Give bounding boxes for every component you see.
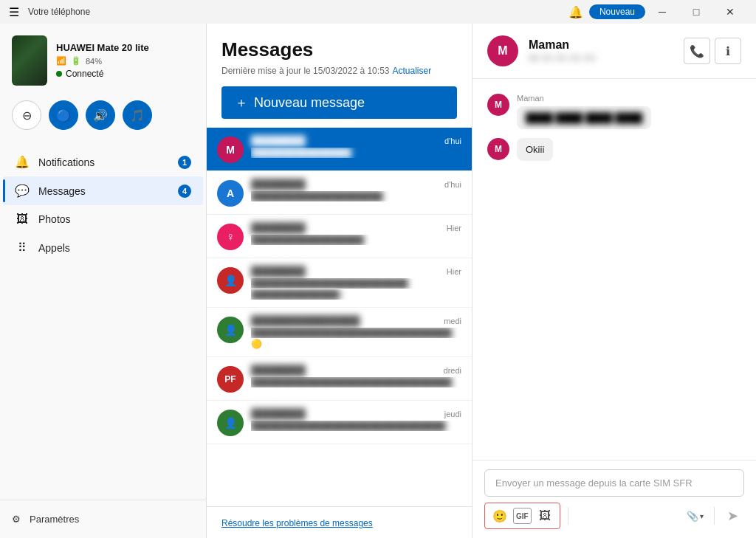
- attachment-button[interactable]: 📎 ▾: [682, 508, 708, 525]
- image-button[interactable]: 🖼: [535, 506, 555, 526]
- conv-time-4: Hier: [447, 267, 461, 276]
- device-card: HUAWEI Mate 20 lite 📶 🔋 84% Connecté: [0, 24, 206, 94]
- conv-header-2: ████████ d'hui: [251, 179, 461, 190]
- info-button[interactable]: ℹ: [715, 38, 741, 64]
- hamburger-icon[interactable]: ☰: [9, 5, 19, 19]
- conversation-item-7[interactable]: 👤 ████████ jeudi ███████████████████████…: [207, 401, 472, 444]
- appels-icon: ⠿: [15, 241, 30, 255]
- conv-content-7: ████████ jeudi █████████████████████████…: [251, 408, 461, 431]
- clip-icon: 📎: [687, 511, 698, 522]
- conv-name-7: ████████: [251, 408, 306, 419]
- battery-icon: 🔋: [71, 56, 81, 66]
- conv-time-1: d'hui: [444, 137, 461, 145]
- message-content-2: Okiii: [517, 138, 553, 161]
- conv-avatar-5: 👤: [217, 317, 244, 343]
- conv-header-5: ████████████████ medi: [251, 315, 461, 326]
- mute-button[interactable]: ⊖: [12, 100, 41, 130]
- device-stats: 📶 🔋 84%: [56, 56, 194, 66]
- conv-name-1: ████████: [251, 135, 306, 146]
- music-button[interactable]: 🎵: [123, 100, 152, 130]
- conversation-item-2[interactable]: A ████████ d'hui █████████████████████: [207, 171, 472, 215]
- message-text-2: Okiii: [526, 144, 544, 155]
- conv-avatar-4: 👤: [217, 267, 244, 294]
- conv-header-1: ████████ d'hui: [251, 135, 461, 146]
- chat-toolbar: 🙂 GIF 🖼 📎 ▾ ➤: [484, 503, 744, 529]
- conv-avatar-1: M: [217, 137, 244, 163]
- conv-avatar-3: ♀: [217, 224, 244, 250]
- last-updated-text: Dernière mise à jour le 15/03/2022 à 10:…: [221, 66, 389, 76]
- sidebar-item-photos[interactable]: 🖼 Photos: [3, 205, 203, 233]
- conversation-item-5[interactable]: 👤 ████████████████ medi ████████████████…: [207, 308, 472, 357]
- conv-name-5: ████████████████: [251, 315, 360, 326]
- call-button[interactable]: 📞: [684, 38, 710, 64]
- message-content-1: Maman ████ ████ ████ ████: [517, 94, 651, 129]
- device-thumbnail: [12, 35, 47, 86]
- chat-input-area: Envoyer un message depuis la carte SIM S…: [472, 460, 756, 538]
- toolbar-separator: [568, 507, 568, 525]
- sidebar-item-messages[interactable]: 💬 Messages 4: [3, 176, 203, 205]
- device-info: HUAWEI Mate 20 lite 📶 🔋 84% Connecté: [56, 42, 194, 79]
- messages-header: Messages Dernière mise à jour le 15/03/2…: [207, 24, 472, 128]
- settings-icon: ⚙: [12, 514, 21, 525]
- connected-dot: [56, 71, 62, 77]
- close-button[interactable]: ✕: [713, 0, 747, 24]
- sidebar: HUAWEI Mate 20 lite 📶 🔋 84% Connecté ⊖ 🔵…: [0, 24, 207, 538]
- bluetooth-button[interactable]: 🔵: [49, 100, 78, 130]
- gif-button[interactable]: GIF: [513, 508, 532, 524]
- chevron-down-icon: ▾: [700, 512, 704, 520]
- sidebar-item-appels[interactable]: ⠿ Appels: [3, 233, 203, 262]
- conv-preview-7: ███████████████████████████████: [251, 421, 461, 431]
- chat-contact-name: Maman: [529, 38, 673, 52]
- conv-avatar-6: PF: [217, 366, 244, 393]
- conv-time-3: Hier: [447, 224, 461, 232]
- chat-header-actions: 📞 ℹ: [684, 38, 741, 64]
- settings-label: Paramètres: [30, 514, 79, 525]
- conv-avatar-7: 👤: [217, 410, 244, 436]
- conv-content-2: ████████ d'hui █████████████████████: [251, 179, 461, 201]
- conv-preview-3: ██████████████████: [251, 235, 461, 245]
- emoji-button[interactable]: 🙂: [489, 506, 510, 526]
- conversation-item-3[interactable]: ♀ ████████ Hier ██████████████████: [207, 215, 472, 258]
- toolbar-separator-2: [714, 507, 715, 525]
- toolbar-right: 📎 ▾ ➤: [682, 504, 744, 528]
- conv-preview2-4: ██████████████c: [251, 289, 461, 300]
- conv-preview2-5: 🟡: [251, 339, 461, 349]
- chat-header: M Maman 06 XX XX XX XX 📞 ℹ: [472, 24, 756, 79]
- conv-name-6: ████████: [251, 365, 306, 376]
- conversation-item-4[interactable]: 👤 ████████ Hier ████████████████████████…: [207, 258, 472, 308]
- send-button[interactable]: ➤: [721, 504, 744, 528]
- message-avatar-1: M: [487, 94, 509, 116]
- settings-item[interactable]: ⚙ Paramètres: [12, 509, 194, 529]
- conversation-item-1[interactable]: M ████████ d'hui ████████████████: [207, 128, 472, 171]
- minimize-button[interactable]: ─: [645, 0, 679, 24]
- chat-panel: M Maman 06 XX XX XX XX 📞 ℹ M Maman ████ …: [472, 24, 756, 538]
- title-bar-left: ☰ Votre téléphone: [9, 5, 90, 19]
- new-button[interactable]: Nouveau: [589, 4, 645, 19]
- conv-name-3: ████████: [251, 222, 306, 233]
- resolve-problems-link[interactable]: Résoudre les problèmes de messages: [221, 518, 373, 528]
- photos-icon: 🖼: [15, 213, 30, 226]
- sidebar-item-notifications[interactable]: 🔔 Notifications 1: [3, 148, 203, 176]
- chat-input-placeholder: Envoyer un message depuis la carte SIM S…: [495, 477, 693, 489]
- messages-subtitle: Dernière mise à jour le 15/03/2022 à 10:…: [221, 66, 457, 76]
- conv-content-4: ████████ Hier █████████████████████████ …: [251, 266, 461, 300]
- messages-panel: Messages Dernière mise à jour le 15/03/2…: [207, 24, 472, 538]
- conv-content-3: ████████ Hier ██████████████████: [251, 222, 461, 245]
- conversation-item-6[interactable]: PF ████████ dredi ██████████████████████…: [207, 357, 472, 401]
- plus-icon: ＋: [235, 94, 248, 111]
- conversation-list: M ████████ d'hui ████████████████ A ████…: [207, 128, 472, 506]
- controls-row: ⊖ 🔵 🔊 🎵: [0, 94, 206, 142]
- new-message-button[interactable]: ＋ Nouveau message: [221, 86, 457, 119]
- messages-footer: Résoudre les problèmes de messages: [207, 506, 472, 538]
- bell-icon[interactable]: 🔔: [568, 5, 583, 19]
- conv-time-5: medi: [444, 317, 461, 325]
- nav-list: 🔔 Notifications 1 💬 Messages 4 🖼 Photos …: [0, 142, 206, 500]
- refresh-link[interactable]: Actualiser: [392, 66, 431, 76]
- new-message-label: Nouveau message: [254, 95, 365, 111]
- chat-input-wrapper[interactable]: Envoyer un message depuis la carte SIM S…: [484, 469, 744, 497]
- volume-button[interactable]: 🔊: [86, 100, 115, 130]
- conv-header-7: ████████ jeudi: [251, 408, 461, 419]
- chat-contact-info: Maman 06 XX XX XX XX: [529, 38, 673, 63]
- conv-preview-4: █████████████████████████: [251, 278, 461, 289]
- maximize-button[interactable]: □: [679, 0, 713, 24]
